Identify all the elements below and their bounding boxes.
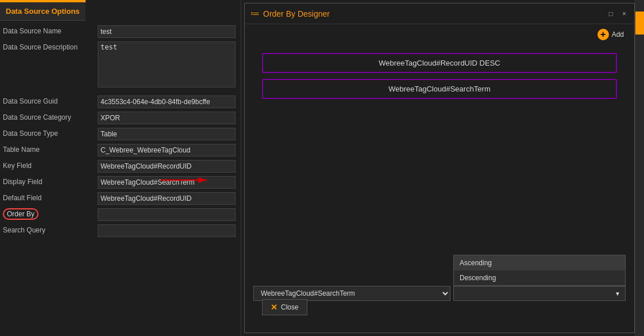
- scroll-thumb[interactable]: [635, 12, 644, 35]
- label-datasource-type: Data Source Type: [3, 128, 98, 138]
- form-row-searchquery: Search Query: [0, 223, 241, 239]
- order-item-2-text: WebreeTagCloud#SearchTerm: [388, 85, 491, 93]
- sort-options-panel: Ascending Descending: [453, 255, 626, 286]
- far-right-scrollbar[interactable]: [635, 0, 644, 336]
- form-table: Data Source Name Data Source Description…: [0, 21, 241, 242]
- input-datasource-type[interactable]: [98, 128, 236, 140]
- form-row-keyfield: Key Field: [0, 158, 241, 174]
- label-datasource-desc: Data Source Description: [3, 41, 98, 51]
- form-row-defaultfield: Default Field: [0, 190, 241, 207]
- input-table-name[interactable]: [98, 144, 236, 156]
- label-display-field: Display Field: [3, 176, 98, 186]
- order-by-designer-icon: ≔: [250, 8, 260, 19]
- add-label: Add: [612, 30, 624, 39]
- add-order-button[interactable]: + Add: [593, 26, 628, 43]
- sort-chevron-icon: ▼: [615, 291, 620, 297]
- main-container: Data Source Options Data Source Name Dat…: [0, 0, 644, 336]
- right-panel-header: ≔ Order By Designer □ ×: [245, 3, 634, 24]
- label-order-by: Order By: [3, 208, 98, 218]
- label-datasource-name: Data Source Name: [3, 25, 98, 35]
- close-button-label: Close: [281, 303, 299, 311]
- form-row-guid: Data Source Guid: [0, 94, 241, 110]
- close-panel-button[interactable]: ×: [620, 9, 628, 19]
- form-row-type: Data Source Type: [0, 126, 241, 142]
- label-key-field: Key Field: [3, 160, 98, 170]
- close-button[interactable]: ✕ Close: [262, 299, 307, 315]
- right-panel-window-controls: □ ×: [607, 9, 628, 19]
- input-datasource-desc[interactable]: test: [98, 41, 236, 87]
- close-x-icon: ✕: [271, 303, 277, 312]
- dropdown-row: WebreeTagCloud#SearchTerm WebreeTagCloud…: [253, 286, 626, 301]
- input-datasource-name[interactable]: [98, 25, 236, 38]
- label-datasource-category: Data Source Category: [3, 112, 98, 121]
- label-datasource-guid: Data Source Guid: [3, 96, 98, 105]
- panel-title: Data Source Options: [0, 1, 86, 21]
- input-search-query[interactable]: [98, 224, 236, 237]
- input-default-field[interactable]: [98, 192, 236, 205]
- input-datasource-category[interactable]: [98, 112, 236, 124]
- sort-dropdown[interactable]: ▼: [453, 286, 626, 301]
- order-by-circle: Order By: [3, 208, 38, 220]
- form-row-description: Data Source Description test: [0, 40, 241, 89]
- minimize-button[interactable]: □: [607, 9, 615, 19]
- form-row-orderby: Order By: [0, 207, 241, 223]
- form-row-displayfield: Display Field: [0, 174, 241, 190]
- label-search-query: Search Query: [3, 224, 98, 234]
- order-item-1[interactable]: WebreeTagCloud#RecordUID DESC: [262, 53, 617, 73]
- form-row-name: Data Source Name: [0, 24, 241, 40]
- input-key-field[interactable]: [98, 160, 236, 173]
- order-by-designer-title: Order By Designer: [263, 9, 330, 18]
- add-circle-icon: +: [597, 29, 609, 40]
- sort-option-ascending[interactable]: Ascending: [454, 255, 625, 270]
- form-row-tablename: Table Name: [0, 142, 241, 158]
- form-row-category: Data Source Category: [0, 110, 241, 126]
- order-item-1-text: WebreeTagCloud#RecordUID DESC: [379, 59, 500, 67]
- order-item-2[interactable]: WebreeTagCloud#SearchTerm: [262, 79, 617, 99]
- label-table-name: Table Name: [3, 144, 98, 154]
- order-items-container: WebreeTagCloud#RecordUID DESC WebreeTagC…: [245, 53, 634, 99]
- right-panel-title: ≔ Order By Designer: [250, 8, 330, 19]
- label-default-field: Default Field: [3, 192, 98, 202]
- sort-dropdown-container: ▼ Ascending Descending: [453, 286, 626, 301]
- left-panel: Data Source Options Data Source Name Dat…: [0, 0, 241, 336]
- right-panel: ≔ Order By Designer □ × + Add WebreeTagC…: [244, 3, 635, 333]
- arrow-annotation: [161, 173, 218, 190]
- input-order-by[interactable]: [98, 208, 236, 221]
- input-datasource-guid[interactable]: [98, 96, 236, 108]
- sort-option-descending[interactable]: Descending: [454, 270, 625, 285]
